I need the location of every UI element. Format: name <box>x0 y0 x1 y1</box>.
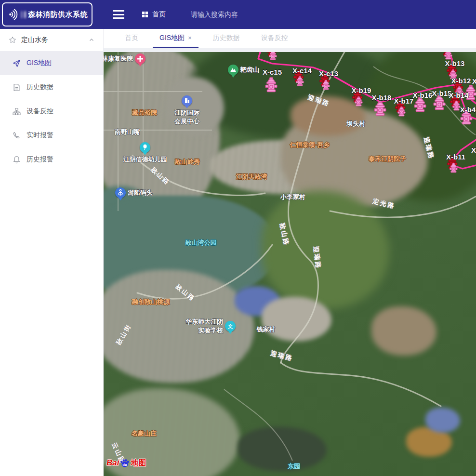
sidebar-item-label: 实时报警 <box>26 131 53 140</box>
poi-label-boat-dock: 游船码头 <box>128 188 153 197</box>
hydrant-marker-X-b16[interactable] <box>414 97 426 112</box>
hydrant-marker-X-b15[interactable] <box>433 95 446 110</box>
hydrant-marker-X-c15[interactable] <box>265 77 278 93</box>
place-label: 敔山湾公园 <box>185 238 217 247</box>
home-breadcrumb[interactable]: 首页 <box>142 10 166 19</box>
mountain-icon <box>228 65 238 75</box>
document-icon <box>13 83 21 92</box>
poi-pin-school[interactable]: 文 <box>225 321 236 331</box>
road-label: 迎瑞路 <box>422 136 436 160</box>
home-breadcrumb-label: 首页 <box>152 10 166 19</box>
place-label: 仁恒棠颂·吾乡 <box>290 141 330 149</box>
tab-历史数据[interactable]: 历史数据 <box>206 29 247 48</box>
app-title: 森林消防供水系统 <box>28 10 88 19</box>
sidebar-item-历史数据[interactable]: 历史数据 <box>0 75 103 99</box>
bell-icon <box>13 156 21 164</box>
anchor-icon <box>116 188 125 198</box>
censored-text <box>24 11 26 18</box>
poi-pin-hospital[interactable] <box>135 53 145 64</box>
hydrant-marker-X-b19[interactable] <box>351 90 366 110</box>
hydrant-label-partial: X <box>472 77 476 85</box>
baidu-logo-ditu: 地图 <box>131 458 146 468</box>
place-label: 钱家村 <box>257 325 276 334</box>
menu-toggle-icon[interactable] <box>113 10 124 19</box>
place-label: 南野山嘴 <box>115 128 140 136</box>
tab-首页[interactable]: 首页 <box>118 29 145 48</box>
sidebar-item-实时报警[interactable]: 实时报警 <box>0 123 103 147</box>
svg-text:du: du <box>123 463 128 467</box>
place-label: 坝头村 <box>347 119 366 128</box>
road-label: 敔山街 <box>114 322 133 347</box>
baidu-paw-icon: du <box>119 458 130 468</box>
building-icon <box>182 96 192 106</box>
poi-label-mountain: 耙齿山 <box>240 66 259 74</box>
svg-text:文: 文 <box>228 323 233 329</box>
poi-pin-kindergarten[interactable] <box>140 142 150 153</box>
paper-plane-icon <box>13 59 21 67</box>
poi-label-hospital: 林康复医院 <box>104 54 133 63</box>
place-label: 泰禾江阴院子 <box>369 155 406 163</box>
app-header: 森林消防供水系统 首页 <box>0 0 476 29</box>
place-label: 江阴天敔湾 <box>236 172 267 181</box>
tab-label: 历史数据 <box>213 34 240 42</box>
poi-label-school: 华东师大江阴 实验学校 <box>185 317 223 335</box>
road-label: 敔山路 <box>174 282 198 304</box>
hydrant-label-partial: X <box>471 146 476 154</box>
road-label: 定光路 <box>372 197 397 211</box>
tab-close-icon[interactable]: × <box>188 35 192 41</box>
wen-icon: 文 <box>225 321 235 331</box>
sidebar-item-label: 历史数据 <box>26 83 53 92</box>
hydrant-marker[interactable] <box>265 52 280 64</box>
poi-pin-mountain[interactable] <box>228 65 238 75</box>
hydrant-marker-X-b17[interactable] <box>394 100 409 120</box>
place-label: 藏品裕院 <box>132 108 157 117</box>
poi-pin-expo-center[interactable] <box>182 95 192 106</box>
road-label: 迎瑞路 <box>311 246 323 270</box>
hydrant-marker[interactable] <box>441 52 455 63</box>
sidebar: 定山水务 GIS地图历史数据设备反控实时报警历史报警 <box>0 29 104 476</box>
hydrant-marker-X-c14[interactable] <box>292 69 307 90</box>
logo-radar-icon <box>7 8 19 21</box>
sidebar-group-dingshan[interactable]: 定山水务 <box>0 29 103 51</box>
poi-pin-boat-dock[interactable] <box>115 187 126 198</box>
cross-icon <box>135 54 145 64</box>
hydrant-label-X-c15: X-c15 <box>263 68 282 76</box>
tab-label: 设备反控 <box>261 34 288 42</box>
tabbar-divider <box>104 48 476 52</box>
poi-label-expo-center: 江阴国际 会展中心 <box>174 108 199 126</box>
hydrant-marker-X-b4[interactable] <box>460 109 473 125</box>
star-icon <box>9 36 16 44</box>
place-label: 敔山岭秀 <box>175 158 200 166</box>
poi-label-kindergarten: 江阴信德幼儿园 <box>123 155 167 164</box>
place-label: 名豪山庄 <box>132 429 157 438</box>
sidebar-item-设备反控[interactable]: 设备反控 <box>0 99 103 123</box>
hydrant-marker-X-b11[interactable] <box>446 156 461 176</box>
sidebar-item-历史报警[interactable]: 历史报警 <box>0 147 103 172</box>
place-label: 融创敔山桃源 <box>132 298 170 306</box>
tab-设备反控[interactable]: 设备反控 <box>254 29 295 48</box>
sidebar-group-label: 定山水务 <box>21 36 48 44</box>
road-label: 迎瑞路 <box>306 93 331 108</box>
hydrant-label-X-b18: X-b18 <box>372 93 392 102</box>
road-label: 敔山路 <box>149 165 172 187</box>
hydrant-marker-X-c13[interactable] <box>318 73 333 93</box>
tab-label: GIS地图 <box>159 34 185 42</box>
tab-GIS地图[interactable]: GIS地图× <box>153 29 198 48</box>
sitemap-icon <box>13 107 21 116</box>
hydrant-marker-X-b18[interactable] <box>374 101 386 116</box>
censored-text <box>21 11 22 18</box>
sidebar-item-GIS地图[interactable]: GIS地图 <box>0 51 103 75</box>
chevron-up-icon[interactable] <box>89 37 94 43</box>
road-label: 敔山路 <box>278 223 291 247</box>
gis-map[interactable]: X-c15X-c14X-c13X-b19X-b18X-b17X-b16X-b15… <box>104 52 476 476</box>
sidebar-item-label: 历史报警 <box>26 155 53 164</box>
tab-label: 首页 <box>125 34 138 42</box>
sidebar-item-label: GIS地图 <box>26 59 52 67</box>
place-label: 小李家村 <box>280 193 305 201</box>
sidebar-item-label: 设备反控 <box>26 107 53 116</box>
search-input[interactable] <box>191 11 292 18</box>
hydrant-marker[interactable] <box>464 85 476 100</box>
phone-icon <box>13 132 21 140</box>
tab-bar: 首页GIS地图×历史数据设备反控 <box>104 29 476 48</box>
app-logo[interactable]: 森林消防供水系统 <box>2 2 93 26</box>
